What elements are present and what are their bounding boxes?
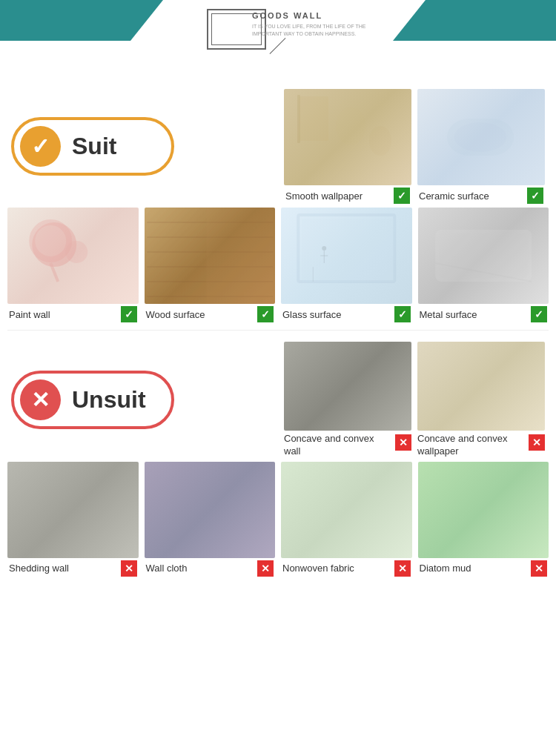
img-card-diatom: Diatom mud ✕ xyxy=(418,462,549,577)
img-card-concave-wallpaper: Concave and convex wallpaper ✕ xyxy=(417,342,545,458)
label-text-glass: Glass surface xyxy=(282,309,341,320)
img-card-cloth: Wall cloth ✕ xyxy=(145,462,276,577)
label-glass: Glass surface ✓ xyxy=(281,306,412,322)
suit-checkmark: ✓ xyxy=(31,133,50,159)
img-card-paint-wall: Paint wall ✓ xyxy=(7,208,139,322)
img-card-nonwoven: Nonwoven fabric ✕ xyxy=(281,462,412,577)
img-card-wood: Wood surface ✓ xyxy=(145,208,276,322)
img-ceramic xyxy=(417,89,545,185)
brand-block: GOODS WALL IT IS YOU LOVE LIFE, FROM THE… xyxy=(252,11,378,38)
check-badge-wood: ✓ xyxy=(257,306,274,322)
svg-point-2 xyxy=(336,107,365,145)
header-teal-left xyxy=(0,0,163,41)
svg-rect-18 xyxy=(302,219,394,282)
svg-rect-24 xyxy=(439,233,528,278)
img-concave-wall xyxy=(284,342,411,431)
label-text-cloth: Wall cloth xyxy=(146,563,188,574)
label-text-concave-wallpaper: Concave and convex wallpaper xyxy=(417,433,526,458)
suit-bottom-row: Paint wall ✓ Wood surface ✓ xyxy=(0,208,556,322)
header: GOODS WALL IT IS YOU LOVE LIFE, FROM THE… xyxy=(0,0,556,82)
brand-title: GOODS WALL xyxy=(252,11,378,20)
x-badge-nonwoven: ✕ xyxy=(394,560,411,577)
brand-tagline: IT IS YOU LOVE LIFE, FROM THE LIFE OF TH… xyxy=(252,23,378,38)
img-metal xyxy=(418,208,549,304)
img-diatom xyxy=(418,462,549,558)
check-badge-smooth-wallpaper: ✓ xyxy=(394,188,410,204)
unsuit-header-row: ✕ Unsuit Concave and convex wall ✕ Conca… xyxy=(0,334,556,462)
label-smooth-wallpaper: Smooth wallpaper ✓ xyxy=(284,188,411,204)
unsuit-label: Unsuit xyxy=(72,386,146,414)
x-badge-diatom: ✕ xyxy=(531,560,547,577)
unsuit-top-images: Concave and convex wall ✕ Concave and co… xyxy=(284,342,545,458)
x-badge-concave-wall: ✕ xyxy=(395,434,411,451)
svg-point-5 xyxy=(454,122,506,152)
img-glass xyxy=(281,208,412,304)
label-text-concave-wall: Concave and convex wall xyxy=(284,433,392,458)
label-text-ceramic: Ceramic surface xyxy=(419,190,489,202)
svg-point-3 xyxy=(369,126,391,156)
svg-rect-0 xyxy=(299,96,328,141)
unsuit-bottom-row: Shedding wall ✕ Wall cloth ✕ Nonwoven fa… xyxy=(0,462,556,577)
label-paint-wall: Paint wall ✓ xyxy=(7,306,139,322)
unsuit-xmark: ✕ xyxy=(31,387,50,413)
img-nonwoven xyxy=(281,462,412,558)
suit-top-images: Smooth wallpaper ✓ Ceramic surface ✓ xyxy=(284,89,545,204)
unsuit-badge: ✕ Unsuit xyxy=(11,371,174,429)
svg-point-8 xyxy=(65,241,87,263)
img-wood xyxy=(145,208,276,304)
label-concave-wall-row: Concave and convex wall ✕ xyxy=(284,433,411,458)
svg-rect-16 xyxy=(206,208,273,304)
suit-check-circle: ✓ xyxy=(20,126,61,167)
img-card-concave-wall: Concave and convex wall ✕ xyxy=(284,342,411,458)
img-card-glass: Glass surface ✓ xyxy=(281,208,412,322)
suit-header-row: ✓ Suit Smooth wallpaper ✓ xyxy=(0,82,556,208)
svg-rect-1 xyxy=(297,95,300,143)
label-metal: Metal surface ✓ xyxy=(418,306,549,322)
label-text-paint-wall: Paint wall xyxy=(9,309,50,320)
img-card-metal: Metal surface ✓ xyxy=(418,208,549,322)
suit-badge: ✓ Suit xyxy=(11,117,174,176)
header-teal-right xyxy=(393,0,556,41)
label-text-wood: Wood surface xyxy=(146,309,205,320)
label-diatom: Diatom mud ✕ xyxy=(418,560,549,577)
x-badge-shedding: ✕ xyxy=(121,560,137,577)
img-paint-wall xyxy=(7,208,139,304)
label-cloth: Wall cloth ✕ xyxy=(145,560,276,577)
label-text-smooth-wallpaper: Smooth wallpaper xyxy=(285,190,363,202)
img-shedding xyxy=(7,462,139,558)
label-nonwoven: Nonwoven fabric ✕ xyxy=(281,560,412,577)
label-shedding: Shedding wall ✕ xyxy=(7,560,139,577)
check-badge-ceramic: ✓ xyxy=(527,188,543,204)
svg-point-20 xyxy=(322,246,326,251)
label-text-diatom: Diatom mud xyxy=(420,563,471,574)
x-badge-concave-wallpaper: ✕ xyxy=(529,434,545,451)
label-ceramic: Ceramic surface ✓ xyxy=(417,188,545,204)
check-badge-glass: ✓ xyxy=(394,306,411,322)
img-card-smooth-wallpaper: Smooth wallpaper ✓ xyxy=(284,89,411,204)
divider xyxy=(7,330,549,331)
label-concave-wallpaper-row: Concave and convex wallpaper ✕ xyxy=(417,433,545,458)
img-concave-wallpaper xyxy=(417,342,545,431)
label-wood: Wood surface ✓ xyxy=(145,306,276,322)
img-cloth xyxy=(145,462,276,558)
label-text-shedding: Shedding wall xyxy=(9,563,69,574)
img-smooth-wallpaper xyxy=(284,89,411,185)
check-badge-paint-wall: ✓ xyxy=(121,306,137,322)
img-card-shedding: Shedding wall ✕ xyxy=(7,462,139,577)
label-text-nonwoven: Nonwoven fabric xyxy=(282,563,354,574)
unsuit-x-circle: ✕ xyxy=(20,379,61,420)
img-card-ceramic: Ceramic surface ✓ xyxy=(417,89,545,204)
check-badge-metal: ✓ xyxy=(531,306,547,322)
suit-label: Suit xyxy=(72,133,116,160)
x-badge-cloth: ✕ xyxy=(257,560,274,577)
label-text-metal: Metal surface xyxy=(420,309,477,320)
